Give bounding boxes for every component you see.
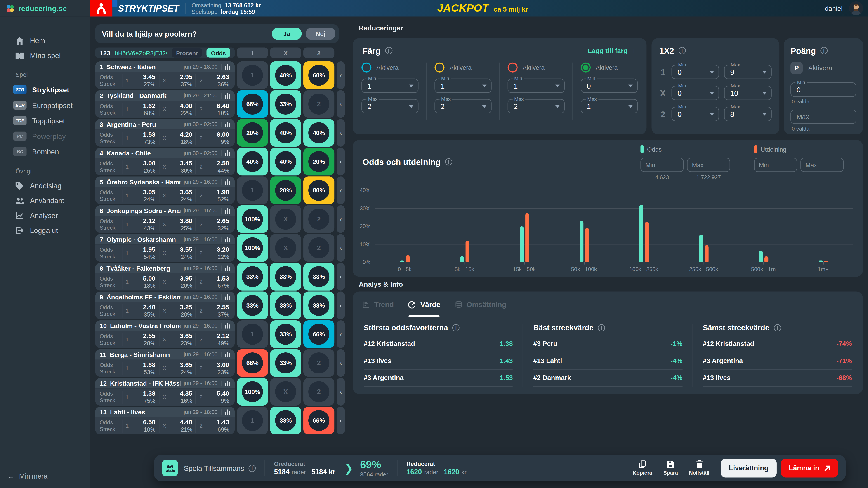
collapse-row-chevron-icon[interactable]: ‹ xyxy=(337,205,345,233)
pick-button-1[interactable]: 40% xyxy=(237,148,268,175)
match-stats-icon[interactable] xyxy=(225,265,230,271)
match-stats-icon[interactable] xyxy=(225,122,230,127)
pick-button-1[interactable]: 100% xyxy=(237,234,268,262)
farg-min-select-red[interactable]: Min 1 xyxy=(508,78,565,93)
match-stats-icon[interactable] xyxy=(225,381,230,386)
pick-button-X[interactable]: X xyxy=(270,234,301,262)
brand-logo[interactable]: reducering.se xyxy=(0,0,90,17)
onex2-max-select-2[interactable]: Max 8 xyxy=(724,107,772,121)
match-stats-icon[interactable] xyxy=(225,150,230,156)
pick-button-X[interactable]: 33% xyxy=(270,407,301,434)
collapse-row-chevron-icon[interactable]: ‹ xyxy=(337,176,345,204)
collapse-row-chevron-icon[interactable]: ‹ xyxy=(337,407,345,434)
sidebar-item-analyser[interactable]: Analyser xyxy=(0,208,90,223)
minimize-sidebar-button[interactable]: ← Minimera xyxy=(8,473,48,480)
copy-button[interactable]: Kopiera xyxy=(633,460,652,476)
sidebar-game-europatipset[interactable]: EUR Europatipset xyxy=(0,97,90,113)
pick-button-2[interactable]: 2 xyxy=(303,378,334,405)
farg-activate-toggle-green[interactable]: Aktivera xyxy=(581,63,638,72)
utdelning-min-input[interactable]: Min xyxy=(754,158,797,172)
pick-button-1[interactable]: 1 xyxy=(237,320,268,348)
farg-activate-toggle-yellow[interactable]: Aktivera xyxy=(434,63,491,72)
utdelning-max-input[interactable]: Max xyxy=(800,158,844,172)
collapse-row-chevron-icon[interactable]: ‹ xyxy=(337,148,345,175)
info-icon[interactable]: i xyxy=(598,324,605,331)
collapse-row-chevron-icon[interactable]: ‹ xyxy=(337,119,345,147)
pick-button-2[interactable]: 66% xyxy=(303,407,334,434)
info-icon[interactable]: i xyxy=(774,324,781,331)
odds-min-input[interactable]: Min xyxy=(640,158,684,172)
poolarn-yes-button[interactable]: Ja xyxy=(272,28,302,40)
match-stats-icon[interactable] xyxy=(225,93,230,98)
tab-varde[interactable]: Värde xyxy=(408,300,440,309)
info-icon[interactable]: i xyxy=(249,464,256,472)
sidebar-game-stryktipset[interactable]: STR Stryktipset xyxy=(0,82,90,97)
pick-button-X[interactable]: 33% xyxy=(270,263,301,290)
pick-button-2[interactable]: 60% xyxy=(303,61,334,89)
reset-button[interactable]: Nollställ xyxy=(689,460,709,476)
pick-button-X[interactable]: 33% xyxy=(270,320,301,348)
info-icon[interactable]: i xyxy=(445,158,452,165)
pick-button-2[interactable]: 2 xyxy=(303,349,334,377)
farg-max-select-yellow[interactable]: Max 2 xyxy=(434,99,491,113)
collapse-row-chevron-icon[interactable]: ‹ xyxy=(337,61,345,89)
pick-button-2[interactable]: 80% xyxy=(303,176,334,204)
pick-button-1[interactable]: 100% xyxy=(237,378,268,405)
odds-max-input[interactable]: Max xyxy=(687,158,730,172)
match-stats-icon[interactable] xyxy=(225,409,230,415)
save-button[interactable]: Spara xyxy=(663,461,678,476)
onex2-min-select-X[interactable]: Min 0 xyxy=(672,86,719,100)
info-icon[interactable]: i xyxy=(679,47,686,54)
pick-button-2[interactable]: 66% xyxy=(303,320,334,348)
match-stats-icon[interactable] xyxy=(225,208,230,213)
pick-button-X[interactable]: 33% xyxy=(270,292,301,319)
poang-max-select[interactable]: Max xyxy=(790,109,856,124)
pick-button-2[interactable]: 33% xyxy=(303,292,334,319)
pick-button-1[interactable]: 33% xyxy=(237,263,268,290)
pick-button-X[interactable]: 40% xyxy=(270,148,301,175)
poolarn-no-button[interactable]: Nej xyxy=(306,28,336,40)
sidebar-item-anvandare[interactable]: Användare xyxy=(0,193,90,208)
onex2-max-select-X[interactable]: Max 10 xyxy=(724,86,772,100)
match-stats-icon[interactable] xyxy=(225,179,230,184)
match-stats-icon[interactable] xyxy=(225,236,230,242)
farg-min-select-green[interactable]: Min 0 xyxy=(581,78,638,93)
collapse-row-chevron-icon[interactable]: ‹ xyxy=(337,90,345,118)
collapse-row-chevron-icon[interactable]: ‹ xyxy=(337,320,345,348)
user-avatar[interactable] xyxy=(849,1,863,15)
pick-button-X[interactable]: X xyxy=(270,205,301,233)
pick-button-X[interactable]: 40% xyxy=(270,61,301,89)
liverattning-button[interactable]: Liverättning xyxy=(721,459,777,477)
pick-button-1[interactable]: 100% xyxy=(237,205,268,233)
info-icon[interactable]: i xyxy=(385,47,392,54)
info-icon[interactable]: i xyxy=(453,324,460,331)
pick-button-1[interactable]: 66% xyxy=(237,90,268,118)
onex2-min-select-1[interactable]: Min 0 xyxy=(672,65,719,79)
onex2-max-select-1[interactable]: Max 9 xyxy=(724,65,772,79)
match-stats-icon[interactable] xyxy=(225,352,230,357)
farg-max-select-cyan[interactable]: Max 2 xyxy=(362,99,418,113)
pick-button-1[interactable]: 33% xyxy=(237,292,268,319)
pick-button-2[interactable]: 20% xyxy=(303,148,334,175)
pick-button-2[interactable]: 2 xyxy=(303,205,334,233)
sidebar-game-topptipset[interactable]: TOP Topptipset xyxy=(0,113,90,129)
farg-activate-toggle-red[interactable]: Aktivera xyxy=(508,63,565,72)
pick-button-2[interactable]: 40% xyxy=(303,119,334,147)
sidebar-item-andelslag[interactable]: Andelslag xyxy=(0,178,90,193)
user-menu[interactable]: daniel- xyxy=(825,1,863,15)
pick-button-X[interactable]: 20% xyxy=(270,176,301,204)
collapse-row-chevron-icon[interactable]: ‹ xyxy=(337,378,345,405)
pick-button-1[interactable]: 66% xyxy=(237,349,268,377)
collapse-row-chevron-icon[interactable]: ‹ xyxy=(337,234,345,262)
pick-button-1[interactable]: 1 xyxy=(237,407,268,434)
farg-min-select-cyan[interactable]: Min 1 xyxy=(362,78,418,93)
collapse-row-chevron-icon[interactable]: ‹ xyxy=(337,349,345,377)
farg-max-select-red[interactable]: Max 2 xyxy=(508,99,565,113)
lamna-in-button[interactable]: Lämna in xyxy=(781,459,838,477)
tab-trend[interactable]: Trend xyxy=(363,300,394,309)
pick-button-X[interactable]: 33% xyxy=(270,349,301,377)
onex2-min-select-2[interactable]: Min 0 xyxy=(672,107,719,121)
pick-button-2[interactable]: 33% xyxy=(303,263,334,290)
collapse-row-chevron-icon[interactable]: ‹ xyxy=(337,263,345,290)
pick-button-2[interactable]: 2 xyxy=(303,234,334,262)
